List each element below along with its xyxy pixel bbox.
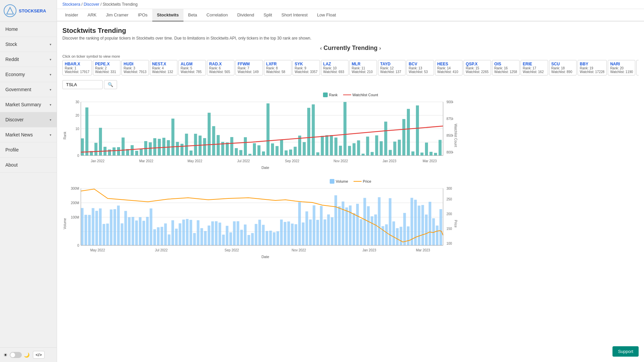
sidebar-item-discover[interactable]: Discover ▾ bbox=[0, 112, 57, 127]
svg-rect-162 bbox=[226, 226, 228, 245]
sidebar-item-home[interactable]: Home bbox=[0, 22, 57, 37]
ticker-card[interactable]: NEST.X Rank: 4 Watchlist: 132 bbox=[150, 60, 177, 75]
ticker-card[interactable]: LAZ Rank: 10 Watchlist: 693 bbox=[321, 60, 348, 75]
ticker-card[interactable]: HBAR.X Rank: 1 Watchlist: 17917 bbox=[62, 60, 92, 75]
svg-rect-71 bbox=[330, 135, 333, 156]
trending-next-arrow[interactable]: › bbox=[379, 45, 381, 51]
watchlist-legend-item: Watchlist Count bbox=[343, 93, 378, 97]
ticker-card[interactable]: RAD.X Rank: 6 Watchlist: 565 bbox=[207, 60, 234, 75]
ticker-card[interactable]: HUDI Rank: 3 Watchlist: 7913 bbox=[121, 60, 149, 75]
ticker-rank: Rank: 18 bbox=[551, 66, 574, 70]
tab-beta[interactable]: Beta bbox=[183, 9, 202, 21]
svg-rect-178 bbox=[284, 222, 286, 245]
svg-rect-78 bbox=[362, 154, 365, 156]
svg-rect-17 bbox=[86, 108, 89, 156]
main-content: Stocksera / Discover / Stocktwits Trendi… bbox=[57, 0, 644, 362]
chevron-icon: ▾ bbox=[50, 118, 51, 122]
ticker-rank: Rank: 14 bbox=[437, 66, 460, 70]
sidebar-item-economy[interactable]: Economy ▾ bbox=[0, 67, 57, 82]
theme-toggle[interactable] bbox=[10, 352, 22, 358]
ticker-rank: Rank: 15 bbox=[466, 66, 489, 70]
ticker-card[interactable]: SYK Rank: 9 Watchlist: 3357 bbox=[292, 60, 320, 75]
tab-low-float[interactable]: Low Float bbox=[312, 9, 340, 21]
ticker-symbol: HBAR.X bbox=[65, 62, 90, 66]
ticker-card[interactable]: TAYD Rank: 12 Watchlist: 137 bbox=[378, 60, 406, 75]
ticker-card[interactable]: MLR Rank: 11 Watchlist: 210 bbox=[350, 60, 377, 75]
sidebar-label-home: Home bbox=[5, 26, 18, 32]
ticker-rank: Rank: 9 bbox=[295, 66, 318, 70]
ticker-card[interactable]: LXFR Rank: 8 Watchlist: 58 bbox=[264, 60, 291, 75]
sidebar-item-about[interactable]: About bbox=[0, 158, 57, 173]
tab-short-interest[interactable]: Short Interest bbox=[277, 9, 312, 21]
svg-rect-32 bbox=[153, 138, 156, 156]
svg-rect-197 bbox=[353, 213, 355, 245]
sidebar-item-reddit[interactable]: Reddit ▾ bbox=[0, 52, 57, 67]
tab-dividend[interactable]: Dividend bbox=[232, 9, 259, 21]
ticker-symbol: HUDI bbox=[124, 62, 147, 66]
support-button[interactable]: Support bbox=[612, 346, 639, 357]
sidebar-item-stock[interactable]: Stock ▾ bbox=[0, 37, 57, 52]
ticker-card[interactable]: HEES Rank: 14 Watchlist: 410 bbox=[435, 60, 463, 75]
svg-rect-56 bbox=[262, 152, 265, 156]
svg-rect-122 bbox=[81, 208, 84, 245]
ticker-watchlist: Watchlist: 2265 bbox=[466, 70, 489, 74]
svg-rect-196 bbox=[349, 205, 352, 245]
ticker-card[interactable]: BCV Rank: 13 Watchlist: 53 bbox=[407, 60, 434, 75]
volume-y-axis-label: Volume bbox=[62, 185, 67, 262]
sidebar-item-government[interactable]: Government ▾ bbox=[0, 82, 57, 97]
breadcrumb-stocksera[interactable]: Stocksera bbox=[62, 2, 80, 7]
ticker-rank: Rank: 7 bbox=[238, 66, 261, 70]
sidebar-item-market-news[interactable]: Market News ▾ bbox=[0, 127, 57, 142]
trending-prev-arrow[interactable]: ‹ bbox=[320, 45, 322, 51]
page-title: Stocktwits Trending bbox=[62, 27, 639, 35]
svg-point-0 bbox=[4, 5, 16, 17]
search-input[interactable] bbox=[62, 80, 103, 89]
svg-text:875k: 875k bbox=[446, 117, 453, 121]
ticker-symbol: MLR bbox=[352, 62, 375, 66]
logo: STOCKSERA bbox=[0, 0, 57, 22]
tab-split[interactable]: Split bbox=[259, 9, 277, 21]
ticker-card[interactable]: QSP.X Rank: 15 Watchlist: 2265 bbox=[464, 60, 491, 75]
tab-stocktwits[interactable]: Stocktwits bbox=[152, 9, 183, 21]
svg-rect-171 bbox=[258, 220, 261, 245]
ticker-card[interactable]: BLD Rank: 21 Watchlist: 403 bbox=[636, 60, 639, 75]
sidebar-item-profile[interactable]: Profile bbox=[0, 142, 57, 158]
ticker-card[interactable]: ERIE Rank: 17 Watchlist: 162 bbox=[521, 60, 548, 75]
svg-rect-193 bbox=[338, 206, 341, 245]
tab-jim-cramer[interactable]: Jim Cramer bbox=[101, 9, 133, 21]
svg-rect-137 bbox=[135, 221, 138, 245]
volume-chart-legend: Volume Price bbox=[62, 179, 639, 184]
ticker-rank: Rank: 2 bbox=[95, 66, 118, 70]
svg-rect-204 bbox=[378, 197, 381, 245]
search-button[interactable]: 🔍 bbox=[104, 80, 117, 89]
tab-ark[interactable]: ARK bbox=[83, 9, 101, 21]
svg-rect-182 bbox=[298, 202, 301, 245]
ticker-card[interactable]: OIS Rank: 16 Watchlist: 1258 bbox=[492, 60, 520, 75]
tab-correlation[interactable]: Correlation bbox=[202, 9, 233, 21]
svg-rect-77 bbox=[357, 140, 360, 156]
watchlist-legend-label: Watchlist Count bbox=[353, 93, 378, 97]
volume-legend-box bbox=[330, 179, 334, 184]
volume-legend-label: Volume bbox=[336, 179, 348, 183]
svg-text:Nov 2022: Nov 2022 bbox=[334, 159, 348, 163]
ticker-card[interactable]: SCU Rank: 18 Watchlist: 890 bbox=[549, 60, 577, 75]
code-button[interactable]: </> bbox=[33, 351, 45, 359]
svg-rect-131 bbox=[113, 209, 116, 245]
sidebar-item-market-summary[interactable]: Market Summary ▾ bbox=[0, 97, 57, 112]
svg-text:Jan 2022: Jan 2022 bbox=[91, 159, 105, 163]
ticker-card[interactable]: BBY Rank: 19 Watchlist: 17228 bbox=[578, 60, 607, 75]
svg-rect-60 bbox=[280, 140, 283, 156]
svg-text:0: 0 bbox=[77, 154, 79, 158]
ticker-watchlist: Watchlist: 1258 bbox=[494, 70, 517, 74]
ticker-card[interactable]: PEPE.X Rank: 2 Watchlist: 331 bbox=[93, 60, 120, 75]
ticker-card[interactable]: ALGM Rank: 5 Watchlist: 785 bbox=[178, 60, 206, 75]
svg-rect-130 bbox=[110, 209, 112, 245]
svg-rect-51 bbox=[239, 150, 243, 156]
tab-insider[interactable]: Insider bbox=[60, 9, 83, 21]
tab-ipos[interactable]: IPOs bbox=[133, 9, 152, 21]
breadcrumb-discover[interactable]: Discover bbox=[84, 2, 99, 7]
ticker-card[interactable]: FFWM Rank: 7 Watchlist: 149 bbox=[235, 60, 263, 75]
ticker-card[interactable]: NARI Rank: 20 Watchlist: 1190 bbox=[608, 60, 635, 75]
ticker-watchlist: Watchlist: 3357 bbox=[295, 70, 318, 74]
svg-rect-192 bbox=[334, 195, 337, 245]
